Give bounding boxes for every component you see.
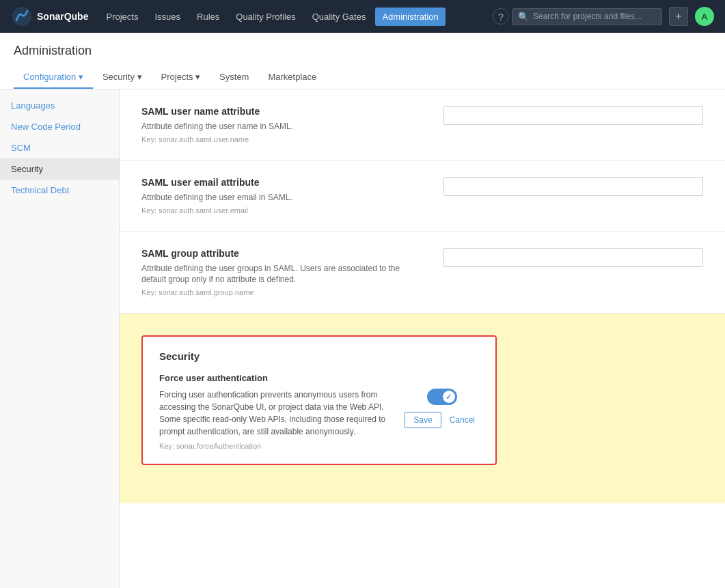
add-button[interactable]: + [669, 7, 688, 26]
sub-navigation: Configuration ▾ Security ▾ Projects ▾ Sy… [14, 66, 711, 89]
svg-point-0 [12, 7, 31, 26]
saml-username-section: SAML user name attribute Attribute defin… [120, 89, 725, 160]
sidebar-item-languages[interactable]: Languages [0, 95, 119, 116]
saml-username-desc: Attribute defining the user name in SAML… [141, 121, 422, 132]
force-auth-desc: Forcing user authentication prevents ano… [159, 389, 391, 438]
saml-email-section: SAML user email attribute Attribute defi… [120, 160, 725, 232]
nav-administration[interactable]: Administration [375, 8, 445, 26]
help-icon[interactable]: ? [493, 8, 509, 25]
page-header: Administration Configuration ▾ Security … [0, 33, 725, 89]
sidebar-item-security[interactable]: Security [0, 158, 119, 180]
subnav-projects[interactable]: Projects ▾ [152, 66, 210, 89]
saml-email-key: Key: sonar.auth.saml.user.email [141, 206, 422, 214]
saml-group-title: SAML group attribute [141, 248, 422, 259]
sidebar-item-scm[interactable]: SCM [0, 137, 119, 158]
security-box-title: Security [159, 350, 479, 362]
sidebar-item-new-code-period[interactable]: New Code Period [0, 116, 119, 137]
force-auth-key: Key: sonar.forceAuthentication [159, 442, 391, 450]
saml-group-section: SAML group attribute Attribute defining … [120, 232, 725, 314]
saml-email-input[interactable] [443, 177, 703, 196]
force-auth-toggle[interactable]: ✓ [427, 389, 457, 405]
saml-email-desc: Attribute defining the user email in SAM… [141, 192, 422, 204]
main-content: SAML user name attribute Attribute defin… [120, 89, 725, 588]
avatar[interactable]: A [695, 7, 714, 26]
saml-group-key: Key: sonar.auth.saml.group.name [141, 288, 422, 296]
subnav-security[interactable]: Security ▾ [93, 66, 152, 89]
search-icon: 🔍 [518, 12, 529, 22]
subnav-system[interactable]: System [210, 66, 258, 89]
nav-projects[interactable]: Projects [99, 8, 145, 26]
save-button[interactable]: Save [405, 412, 441, 428]
saml-username-input[interactable] [443, 106, 703, 125]
force-auth-title: Force user authentication [159, 373, 479, 383]
security-box: Security Force user authentication Forci… [141, 335, 497, 465]
main-layout: Languages New Code Period SCM Security T… [0, 89, 725, 588]
saml-username-title: SAML user name attribute [141, 106, 422, 117]
logo-text: SonarQube [37, 11, 88, 22]
nav-quality-gates[interactable]: Quality Gates [305, 8, 373, 26]
saml-email-title: SAML user email attribute [141, 177, 422, 188]
toggle-check-icon: ✓ [446, 393, 452, 402]
cancel-button[interactable]: Cancel [446, 412, 479, 428]
saml-group-desc: Attribute defining the user groups in SA… [141, 263, 422, 286]
subnav-configuration[interactable]: Configuration ▾ [14, 66, 93, 89]
sidebar: Languages New Code Period SCM Security T… [0, 89, 120, 588]
subnav-marketplace[interactable]: Marketplace [258, 66, 326, 89]
sidebar-item-technical-debt[interactable]: Technical Debt [0, 180, 119, 201]
nav-quality-profiles[interactable]: Quality Profiles [229, 8, 302, 26]
saml-group-input[interactable] [443, 248, 703, 267]
search-input[interactable] [533, 12, 656, 21]
logo[interactable]: SonarQube [11, 5, 88, 27]
nav-rules[interactable]: Rules [190, 8, 226, 26]
search-box[interactable]: 🔍 [512, 8, 662, 25]
top-navigation: SonarQube Projects Issues Rules Quality … [0, 0, 725, 33]
page-title: Administration [14, 44, 711, 58]
nav-issues[interactable]: Issues [148, 8, 187, 26]
saml-username-key: Key: sonar.auth.saml.user.name [141, 135, 422, 143]
